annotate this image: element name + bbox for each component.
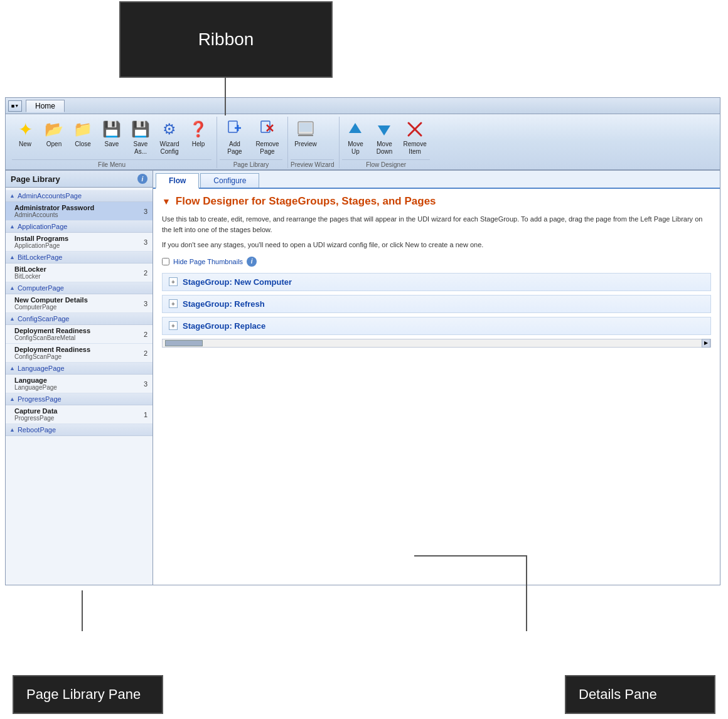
open-icon: 📂 <box>44 119 64 139</box>
open-button[interactable]: 📂 Open <box>41 117 67 151</box>
save-icon: 💾 <box>102 119 122 139</box>
item-sub: ProgressPage <box>14 415 141 422</box>
flow-description-1: Use this tab to create, edit, remove, an… <box>162 214 711 235</box>
tab-configure[interactable]: Configure <box>200 173 259 188</box>
list-item[interactable]: Administrator Password AdminAccounts 3 <box>6 202 153 221</box>
category-configscan[interactable]: ▲ ConfigScanPage <box>6 313 153 325</box>
remove-item-button[interactable]: RemoveItem <box>400 117 429 158</box>
svg-marker-10 <box>378 125 390 136</box>
item-name: New Computer Details <box>14 296 141 304</box>
details-pane-annotation: Details Pane <box>565 675 715 714</box>
category-bitlocker[interactable]: ▲ BitLockerPage <box>6 252 153 264</box>
wizard-config-label: WizardConfig <box>159 141 179 156</box>
list-item[interactable]: New Computer Details ComputerPage 3 <box>6 294 153 313</box>
stage-group-expand-btn[interactable]: + <box>169 299 178 308</box>
move-down-label: MoveDown <box>377 141 393 156</box>
list-item[interactable]: BitLocker BitLocker 2 <box>6 264 153 282</box>
save-as-button[interactable]: 💾 SaveAs... <box>127 117 154 158</box>
page-library-pane-annotation: Page Library Pane <box>13 675 163 714</box>
category-label: RebootPage <box>18 426 56 434</box>
item-count: 3 <box>144 300 147 307</box>
app-window: ■ ▼ Home ✦ New 📂 Open <box>5 97 720 585</box>
page-library-header: Page Library i <box>6 171 153 188</box>
add-page-label: AddPage <box>227 141 242 156</box>
list-item[interactable]: Install Programs ApplicationPage 3 <box>6 233 153 252</box>
page-library-title: Page Library <box>11 174 60 184</box>
add-page-button[interactable]: AddPage <box>220 117 250 158</box>
hide-thumbnails-info-icon[interactable]: i <box>247 257 257 267</box>
page-library-list: ▲ AdminAccountsPage Administrator Passwo… <box>6 188 153 585</box>
scrollbar-thumb[interactable] <box>165 340 203 346</box>
item-count: 3 <box>144 208 147 215</box>
help-icon: ❓ <box>188 119 208 139</box>
stage-group-refresh: + StageGroup: Refresh <box>162 295 711 313</box>
stage-group-new-computer: + StageGroup: New Computer <box>162 273 711 291</box>
item-sub: BitLocker <box>14 273 141 280</box>
tab-flow[interactable]: Flow <box>156 173 199 189</box>
item-name: Deployment Readiness <box>14 327 141 334</box>
scrollbar-right-button[interactable]: ▶ <box>702 339 710 348</box>
move-down-button[interactable]: MoveDown <box>371 117 397 158</box>
new-label: New <box>19 141 31 148</box>
item-count: 3 <box>144 238 147 246</box>
close-button[interactable]: 📁 Close <box>70 117 96 151</box>
help-button[interactable]: ❓ Help <box>185 117 211 151</box>
hide-thumbnails-checkbox[interactable] <box>162 258 169 265</box>
details-pane-label: Details Pane <box>579 686 657 702</box>
remove-page-button[interactable]: RemovePage <box>252 117 282 158</box>
save-button[interactable]: 💾 Save <box>99 117 125 151</box>
item-sub: ComputerPage <box>14 304 141 311</box>
stage-group-replace-header[interactable]: + StageGroup: Replace <box>163 317 710 334</box>
page-library-pane-label: Page Library Pane <box>26 686 141 702</box>
item-name: Capture Data <box>14 407 141 415</box>
item-sub: AdminAccounts <box>14 211 141 218</box>
category-arrow: ▲ <box>9 254 15 260</box>
hide-thumbnails-row: Hide Page Thumbnails i <box>162 257 711 267</box>
stage-group-expand-btn[interactable]: + <box>169 277 178 286</box>
stage-group-refresh-name: StageGroup: Refresh <box>183 299 265 309</box>
category-computer[interactable]: ▲ ComputerPage <box>6 282 153 294</box>
category-reboot[interactable]: ▲ RebootPage <box>6 424 153 436</box>
add-page-icon <box>225 119 245 139</box>
list-item[interactable]: Language LanguagePage 3 <box>6 375 153 393</box>
close-label: Close <box>75 141 91 148</box>
home-tab-titlebar[interactable]: Home <box>26 100 65 112</box>
page-library-info-icon[interactable]: i <box>137 174 147 184</box>
details-connector-horiz <box>414 555 527 557</box>
svg-rect-0 <box>228 121 237 132</box>
ribbon-toolbar: ✦ New 📂 Open 📁 Close 💾 Save <box>6 114 720 171</box>
bottom-annotations: Page Library Pane Details Pane <box>0 631 728 719</box>
app-menu-button[interactable]: ■ ▼ <box>8 100 22 112</box>
open-label: Open <box>46 141 62 148</box>
flow-expand-arrow: ▼ <box>162 196 171 206</box>
move-up-icon <box>345 119 365 139</box>
stage-group-refresh-header[interactable]: + StageGroup: Refresh <box>163 296 710 312</box>
stage-group-expand-btn[interactable]: + <box>169 321 178 330</box>
right-panel: Flow Configure ▼ Flow Designer for Stage… <box>153 171 720 585</box>
list-item[interactable]: Deployment Readiness ConfigScanPage 2 <box>6 344 153 363</box>
page-library-connector-line <box>82 590 83 631</box>
ribbon-groups: ✦ New 📂 Open 📁 Close 💾 Save <box>9 117 716 168</box>
move-up-button[interactable]: MoveUp <box>342 117 368 158</box>
category-label: ApplicationPage <box>18 223 68 230</box>
list-item[interactable]: Deployment Readiness ConfigScanBareMetal… <box>6 325 153 344</box>
stage-group-new-computer-header[interactable]: + StageGroup: New Computer <box>163 274 710 290</box>
new-icon: ✦ <box>15 119 35 139</box>
item-sub: ConfigScanBareMetal <box>14 334 141 341</box>
new-button[interactable]: ✦ New <box>12 117 38 151</box>
stage-group-new-computer-name: StageGroup: New Computer <box>183 277 292 287</box>
horizontal-scrollbar[interactable]: ▶ <box>162 339 711 348</box>
list-item[interactable]: Capture Data ProgressPage 1 <box>6 405 153 424</box>
category-admin-accounts[interactable]: ▲ AdminAccountsPage <box>6 190 153 202</box>
category-application[interactable]: ▲ ApplicationPage <box>6 221 153 233</box>
item-sub: ApplicationPage <box>14 242 141 249</box>
category-progress[interactable]: ▲ ProgressPage <box>6 393 153 405</box>
category-language[interactable]: ▲ LanguagePage <box>6 363 153 375</box>
category-arrow: ▲ <box>9 396 15 402</box>
preview-button[interactable]: Preview <box>291 117 321 151</box>
wizard-config-button[interactable]: ⚙ WizardConfig <box>156 117 183 158</box>
title-bar: ■ ▼ Home <box>6 98 720 114</box>
item-count: 2 <box>144 269 147 277</box>
item-name: Language <box>14 376 141 384</box>
item-sub: ConfigScanPage <box>14 353 141 360</box>
